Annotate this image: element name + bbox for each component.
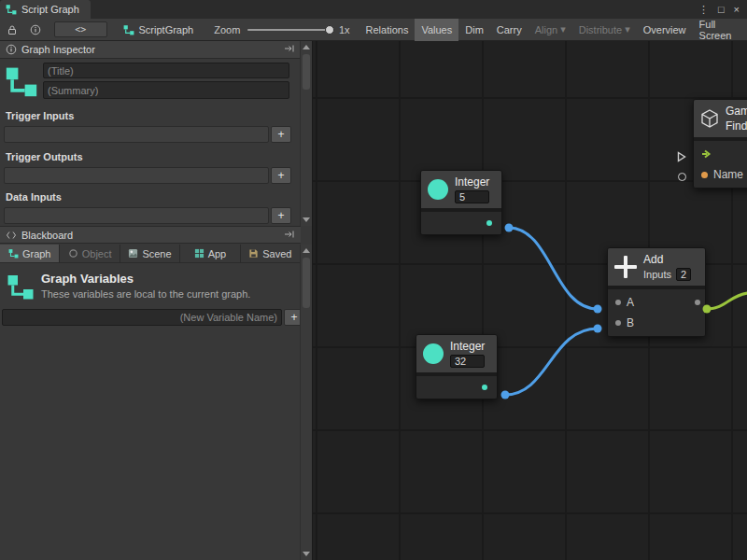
control-input-port-triangle[interactable] — [677, 151, 686, 162]
script-graph-icon — [6, 4, 17, 15]
node-title-line1: Game — [726, 105, 747, 118]
integer-node-header: Integer 32 — [416, 335, 497, 376]
integer-type-icon — [428, 179, 448, 200]
scrollbar-thumb[interactable] — [303, 54, 310, 90]
output-port-dot[interactable] — [486, 220, 492, 226]
graph-variables-title: Graph Variables — [41, 272, 134, 286]
align-dropdown[interactable]: Align▾ — [529, 19, 572, 41]
scroll-down-icon[interactable] — [303, 217, 310, 222]
wire-endpoint[interactable] — [594, 325, 602, 333]
port-row-a: A — [608, 292, 705, 313]
wire-integer32-to-b — [505, 329, 598, 395]
integer-node-header: Integer 5 — [421, 171, 501, 212]
value-input-port-circle[interactable] — [678, 173, 686, 181]
window-titlebar: Script Graph ⋮ □ × — [0, 0, 747, 19]
output-port-dot[interactable] — [695, 300, 700, 305]
unity-script-graph-window: Script Graph ⋮ □ × <> ScriptGraph Zoom 1… — [0, 0, 747, 560]
wire-add-output — [707, 293, 747, 309]
overview-button[interactable]: Overview — [637, 19, 693, 41]
node-title: Integer — [450, 340, 485, 353]
cube-icon — [700, 108, 719, 129]
graph-icon-large — [5, 64, 38, 98]
inputs-label: Inputs — [643, 269, 671, 280]
graph-asset-icon — [123, 24, 134, 35]
window-menu-icon[interactable]: ⋮ — [698, 4, 709, 16]
graph-toolbar: <> ScriptGraph Zoom 1x Relations Values … — [0, 19, 747, 41]
relations-button[interactable]: Relations — [359, 19, 416, 41]
node-title: Integer — [455, 175, 489, 189]
add-node[interactable]: Add Inputs 2 A B — [607, 247, 706, 337]
integer-node-5[interactable]: Integer 5 — [420, 170, 502, 235]
close-icon[interactable]: × — [734, 4, 740, 15]
port-row-b: B — [608, 313, 705, 333]
add-trigger-output-button[interactable]: + — [271, 167, 291, 184]
string-port-dot[interactable] — [701, 172, 708, 178]
tab-object[interactable]: Object — [60, 245, 120, 262]
port-b-label: B — [627, 316, 634, 329]
output-port-dot[interactable] — [482, 385, 487, 390]
dock-panel-icon[interactable] — [284, 44, 295, 55]
port-a-label: A — [627, 296, 634, 309]
integer-value-field[interactable]: 32 — [450, 355, 485, 368]
wire-endpoint[interactable] — [594, 305, 602, 314]
wire-endpoint[interactable] — [501, 391, 510, 399]
node-title: Add — [643, 253, 691, 266]
maximize-icon[interactable]: □ — [718, 4, 725, 15]
data-inputs-list-box — [4, 207, 269, 224]
wire-integer5-to-a — [509, 228, 598, 309]
dim-button[interactable]: Dim — [458, 19, 490, 41]
chevron-down-icon: ▾ — [625, 23, 630, 35]
blackboard-tabs: Graph Object Scene App Saved — [0, 245, 301, 263]
inspector-scrollbar[interactable] — [300, 41, 312, 226]
graph-title-input[interactable] — [43, 63, 289, 78]
trigger-outputs-list-box — [4, 167, 269, 184]
blackboard-scrollbar[interactable] — [300, 245, 312, 560]
blackboard-title: Blackboard — [21, 230, 73, 241]
game-find-node-header: Game Find — [694, 100, 747, 141]
inputs-count-field[interactable]: 2 — [676, 268, 691, 281]
distribute-dropdown[interactable]: Distribute▾ — [572, 19, 637, 41]
graph-summary-input[interactable] — [43, 81, 289, 99]
tab-graph[interactable]: Graph — [0, 245, 60, 262]
graph-inspector-title: Graph Inspector — [21, 44, 95, 55]
scroll-up-icon[interactable] — [303, 45, 310, 49]
game-find-node-body: Name — [694, 141, 747, 188]
new-variable-input[interactable] — [2, 309, 282, 326]
dock-panel-icon[interactable] — [284, 230, 295, 241]
scene-tab-icon — [128, 248, 138, 259]
tab-app[interactable]: App — [180, 245, 240, 262]
values-button[interactable]: Values — [415, 19, 458, 41]
tab-scene[interactable]: Scene — [120, 245, 180, 262]
data-inputs-label: Data Inputs — [6, 191, 62, 203]
game-find-node[interactable]: Game Find Name — [693, 99, 747, 189]
zoom-slider-knob[interactable] — [325, 25, 334, 35]
trigger-inputs-list-box — [4, 126, 269, 143]
info-icon[interactable] — [30, 24, 41, 35]
code-view-button[interactable]: <> — [54, 21, 107, 37]
scroll-down-icon[interactable] — [303, 552, 310, 556]
tab-saved[interactable]: Saved — [241, 245, 301, 262]
zoom-slider[interactable] — [247, 29, 331, 31]
input-port-b-dot[interactable] — [615, 320, 621, 326]
window-tab-script-graph[interactable]: Script Graph — [0, 0, 91, 19]
trigger-outputs-list: + — [4, 167, 291, 184]
integer-node-32[interactable]: Integer 32 — [416, 334, 498, 399]
add-data-input-button[interactable]: + — [271, 207, 291, 224]
scroll-up-icon[interactable] — [303, 248, 310, 253]
blackboard-header: Blackboard — [0, 226, 301, 244]
add-trigger-input-button[interactable]: + — [271, 126, 291, 143]
full-screen-button[interactable]: Full Screen — [693, 19, 747, 41]
integer-type-icon — [423, 343, 444, 364]
scrollbar-thumb[interactable] — [303, 258, 310, 308]
carry-button[interactable]: Carry — [490, 19, 529, 41]
trigger-outputs-label: Trigger Outputs — [6, 151, 83, 162]
control-output-row — [694, 144, 747, 164]
graph-canvas[interactable]: Integer 5 Integer 32 — [313, 41, 747, 560]
name-port-row: Name — [694, 164, 747, 185]
graph-variables-caption: These variables are local to the current… — [41, 288, 250, 300]
lock-icon[interactable] — [7, 24, 18, 35]
app-tab-icon — [194, 248, 204, 259]
wire-endpoint[interactable] — [505, 224, 514, 232]
integer-value-field[interactable]: 5 — [455, 190, 489, 203]
input-port-a-dot[interactable] — [615, 300, 621, 305]
